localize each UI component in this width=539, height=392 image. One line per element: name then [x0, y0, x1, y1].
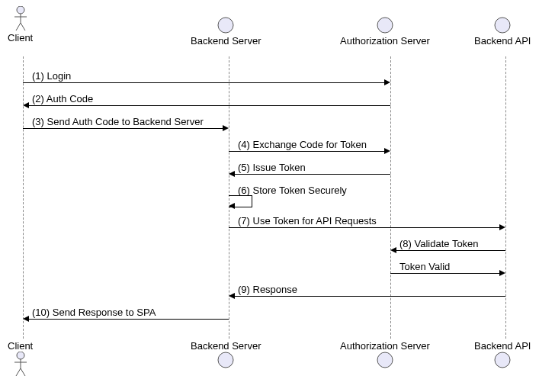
- message-label: (8) Validate Token: [399, 238, 479, 249]
- message-label: (5) Issue Token: [238, 162, 306, 173]
- participant-client-bottom: Client: [8, 340, 33, 378]
- lifeline-backend-api: [505, 56, 506, 339]
- svg-line-4: [21, 23, 25, 31]
- svg-line-3: [16, 23, 21, 31]
- participant-label: Backend API: [474, 35, 531, 47]
- message-send-auth-code: (3) Send Auth Code to Backend Server: [23, 128, 229, 143]
- participant-authorization-server-top: Authorization Server: [340, 17, 430, 47]
- participant-label: Authorization Server: [340, 340, 430, 352]
- participant-client-top: Client: [8, 6, 33, 43]
- svg-point-8: [17, 352, 24, 359]
- participant-label: Backend Server: [191, 35, 261, 47]
- participant-backend-server-top: Backend Server: [191, 17, 261, 47]
- boundary-icon: [377, 17, 393, 34]
- participant-label: Backend API: [474, 340, 531, 352]
- svg-point-15: [495, 352, 510, 368]
- svg-point-14: [377, 352, 393, 368]
- participant-label: Client: [8, 340, 33, 352]
- svg-point-5: [218, 18, 233, 33]
- boundary-icon: [217, 17, 234, 34]
- message-label: (4) Exchange Code for Token: [238, 139, 367, 150]
- lifeline-client: [23, 56, 24, 339]
- message-label: Token Valid: [399, 261, 450, 272]
- participant-label: Client: [8, 32, 33, 43]
- message-send-response-spa: (10) Send Response to SPA: [23, 319, 229, 334]
- svg-point-13: [218, 352, 233, 368]
- message-label: (3) Send Auth Code to Backend Server: [32, 116, 204, 127]
- participant-backend-api-bottom: Backend API: [474, 340, 531, 370]
- svg-point-7: [495, 18, 510, 33]
- message-label: (1) Login: [32, 70, 71, 82]
- message-label: (2) Auth Code: [32, 93, 93, 104]
- message-label: (10) Send Response to SPA: [32, 307, 156, 318]
- svg-point-6: [377, 18, 393, 33]
- message-label: (9) Response: [238, 284, 297, 295]
- participant-authorization-server-bottom: Authorization Server: [340, 340, 430, 370]
- participant-backend-api-top: Backend API: [474, 17, 531, 47]
- message-token-valid: Token Valid: [390, 273, 505, 288]
- boundary-icon: [217, 352, 234, 368]
- message-label: (6) Store Token Securely: [238, 185, 347, 196]
- boundary-icon: [494, 352, 511, 368]
- participant-backend-server-bottom: Backend Server: [191, 340, 261, 370]
- svg-point-0: [17, 6, 24, 14]
- actor-icon: [14, 6, 27, 31]
- actor-icon: [14, 352, 27, 376]
- boundary-icon: [494, 17, 511, 34]
- participant-label: Backend Server: [191, 340, 261, 352]
- message-response: (9) Response: [229, 296, 505, 311]
- message-label: (7) Use Token for API Requests: [238, 215, 377, 227]
- svg-line-12: [21, 368, 25, 376]
- svg-line-11: [16, 368, 21, 376]
- boundary-icon: [377, 352, 393, 368]
- participant-label: Authorization Server: [340, 35, 430, 47]
